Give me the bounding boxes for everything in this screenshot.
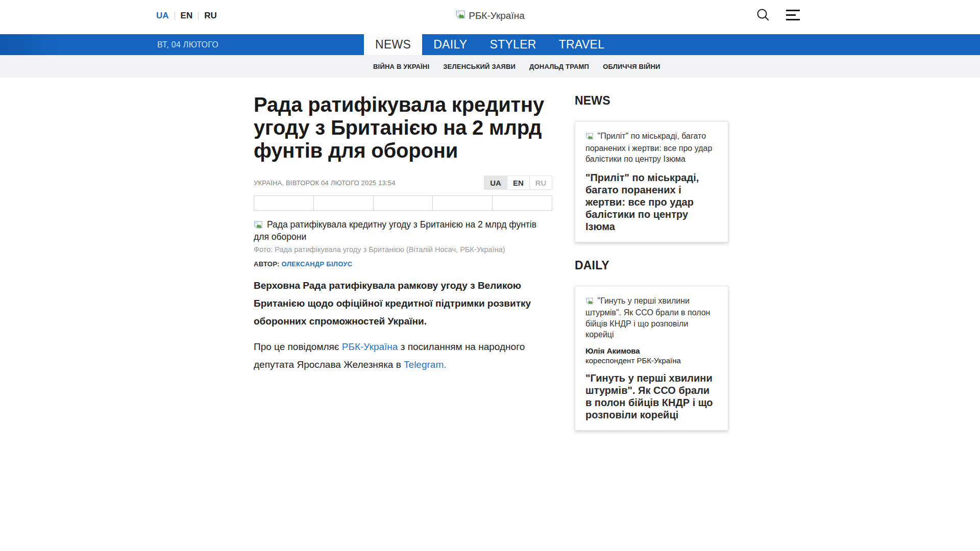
current-date: ВТ, 04 ЛЮТОГО bbox=[157, 34, 218, 55]
article-lang-en[interactable]: EN bbox=[507, 176, 529, 189]
news-card-image-alt: "Приліт" по міськраді, багато поранених … bbox=[585, 132, 712, 163]
site-logo-alt-text: РБК-Україна bbox=[469, 10, 525, 21]
author-label: АВТОР: bbox=[254, 260, 280, 268]
daily-card-headline[interactable]: "Гинуть у перші хвилини штурмів". Як ССО… bbox=[585, 372, 718, 421]
article-lang-ru[interactable]: RU bbox=[529, 176, 552, 189]
news-card-headline[interactable]: "Приліт" по міськраді, багато поранених … bbox=[585, 171, 718, 233]
sidebar: NEWS "Приліт" по міськраді, багато поран… bbox=[575, 78, 728, 431]
daily-card-author-block: Юлія Акимова кореспондент РБК-Україна bbox=[585, 346, 718, 365]
site-header: UA EN RU РБК-Україна bbox=[0, 0, 980, 34]
share-button[interactable] bbox=[313, 195, 374, 211]
subnav-item-war-in-ukraine[interactable]: ВІЙНА В УКРАЇНІ bbox=[373, 63, 429, 70]
tab-daily[interactable]: DAILY bbox=[422, 34, 478, 55]
broken-image-icon bbox=[585, 132, 594, 143]
menu-button[interactable] bbox=[786, 10, 800, 20]
daily-card-image-alt: "Гинуть у перші хвилини штурмів". Як ССО… bbox=[585, 296, 710, 339]
share-button[interactable] bbox=[373, 195, 433, 211]
article-meta-row: УКРАЇНА, ВІВТОРОК 04 ЛЮТОГО 2025 13:54 U… bbox=[254, 176, 552, 190]
article-paragraph: Про це повідомляє РБК-Україна з посиланн… bbox=[254, 338, 552, 373]
broken-image-icon bbox=[455, 10, 465, 21]
article-title: Рада ратифікувала кредитну угоду з Брита… bbox=[254, 93, 552, 162]
article-image-alt-text: Рада ратифікувала кредитну угоду з Брита… bbox=[254, 219, 536, 242]
primary-nav-bar: ВТ, 04 ЛЮТОГО NEWS DAILY STYLER TRAVEL bbox=[0, 34, 980, 55]
site-logo[interactable]: РБК-Україна bbox=[455, 10, 525, 21]
share-buttons-row bbox=[254, 195, 552, 211]
sidebar-news-heading: NEWS bbox=[575, 94, 728, 108]
topic-subnav: ВІЙНА В УКРАЇНІ ЗЕЛЕНСЬКИЙ ЗАЯВИ ДОНАЛЬД… bbox=[0, 55, 980, 78]
share-button[interactable] bbox=[432, 195, 493, 211]
photo-credit: Фото: Рада ратифікувала угоду з Британіє… bbox=[254, 245, 552, 254]
header-lang-ua[interactable]: UA bbox=[156, 11, 175, 21]
article-image-broken: Рада ратифікувала кредитну угоду з Брита… bbox=[254, 219, 552, 242]
subnav-item-zelensky-statements[interactable]: ЗЕЛЕНСЬКИЙ ЗАЯВИ bbox=[443, 63, 516, 70]
subnav-item-faces-of-war[interactable]: ОБЛИЧЧЯ ВІЙНИ bbox=[603, 63, 660, 70]
daily-card-author-name[interactable]: Юлія Акимова bbox=[585, 346, 718, 356]
daily-card-author-role: кореспондент РБК-Україна bbox=[585, 356, 718, 365]
subnav-item-donald-trump[interactable]: ДОНАЛЬД ТРАМП bbox=[529, 63, 589, 70]
broken-image-icon bbox=[585, 296, 594, 308]
hamburger-icon bbox=[786, 10, 800, 20]
article-lang-ua[interactable]: UA bbox=[484, 176, 507, 189]
article-date-line: УКРАЇНА, ВІВТОРОК 04 ЛЮТОГО 2025 13:54 bbox=[254, 179, 396, 187]
paragraph-text: Про це повідомляє bbox=[254, 341, 342, 352]
sidebar-news-card[interactable]: "Приліт" по міськраді, багато поранених … bbox=[575, 121, 728, 242]
hamburger-line bbox=[786, 19, 800, 20]
news-card-broken-image: "Приліт" по міськраді, багато поранених … bbox=[585, 131, 718, 165]
hamburger-line bbox=[786, 10, 800, 11]
hamburger-line-short bbox=[786, 14, 796, 16]
broken-image-icon bbox=[254, 220, 263, 231]
section-tabs: NEWS DAILY STYLER TRAVEL bbox=[364, 34, 616, 55]
daily-card-broken-image: "Гинуть у перші хвилини штурмів". Як ССО… bbox=[585, 295, 718, 340]
author-link[interactable]: ОЛЕКСАНДР БІЛОУС bbox=[282, 260, 353, 268]
article-language-switcher: UA EN RU bbox=[484, 176, 552, 190]
tab-travel[interactable]: TRAVEL bbox=[548, 34, 616, 55]
article: Рада ратифікувала кредитну угоду з Брита… bbox=[254, 78, 552, 373]
author-line: АВТОР: ОЛЕКСАНДР БІЛОУС bbox=[254, 260, 552, 268]
header-lang-ru[interactable]: RU bbox=[199, 11, 223, 21]
rbc-ukraine-link[interactable]: РБК-Україна bbox=[342, 341, 398, 352]
tab-news[interactable]: NEWS bbox=[364, 34, 422, 55]
sidebar-daily-card[interactable]: "Гинуть у перші хвилини штурмів". Як ССО… bbox=[575, 286, 728, 431]
share-button[interactable] bbox=[254, 195, 314, 211]
telegram-link[interactable]: Telegram. bbox=[404, 359, 446, 370]
header-lang-en[interactable]: EN bbox=[175, 11, 199, 21]
page: UA EN RU РБК-Україна bbox=[0, 0, 980, 551]
share-button[interactable] bbox=[492, 195, 552, 211]
tab-styler[interactable]: STYLER bbox=[478, 34, 547, 55]
search-button[interactable] bbox=[755, 7, 771, 24]
article-lead-paragraph: Верховна Рада ратифікувала рамкову угоду… bbox=[254, 277, 552, 330]
header-language-switcher: UA EN RU bbox=[156, 11, 223, 21]
sidebar-daily-heading: DAILY bbox=[575, 259, 728, 272]
search-icon bbox=[755, 15, 771, 24]
